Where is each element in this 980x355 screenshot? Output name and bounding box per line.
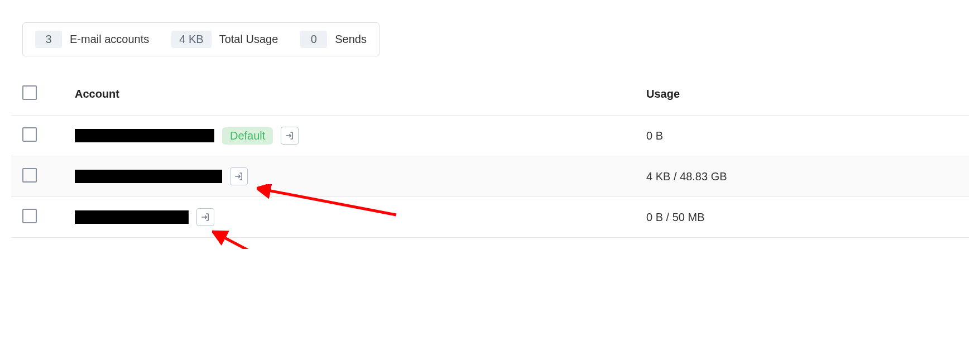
stat-sends-label: Sends [335,33,367,46]
column-header-account[interactable]: Account [68,76,640,116]
stat-accounts-label: E-mail accounts [70,33,149,46]
table-row[interactable]: 0 B / 50 MB [11,197,969,238]
login-button[interactable] [230,167,248,185]
login-button[interactable] [281,127,299,145]
usage-cell: 0 B [640,116,969,156]
login-icon [234,171,244,181]
column-header-usage[interactable]: Usage [640,76,969,116]
stat-total-usage-value: 4 KB [171,31,211,48]
usage-cell: 4 KB / 48.83 GB [640,156,969,197]
account-name-redacted [75,210,189,224]
stats-bar: 3 E-mail accounts 4 KB Total Usage 0 Sen… [22,22,379,56]
table-row[interactable]: 4 KB / 48.83 GB [11,156,969,197]
stat-total-usage-label: Total Usage [219,33,278,46]
usage-cell: 0 B / 50 MB [640,197,969,238]
row-checkbox[interactable] [22,168,37,183]
email-accounts-table: Account Usage Default [11,76,969,238]
account-name-redacted [75,129,214,142]
login-button[interactable] [196,208,214,226]
table-row[interactable]: Default 0 B [11,116,969,156]
stat-sends-value: 0 [300,31,327,48]
default-badge: Default [222,127,273,145]
stat-accounts-value: 3 [35,31,62,48]
select-all-checkbox[interactable] [22,85,37,100]
account-name-redacted [75,170,222,183]
login-icon [200,212,210,222]
stat-sends: 0 Sends [300,31,367,48]
row-checkbox[interactable] [22,209,37,223]
stat-total-usage: 4 KB Total Usage [171,31,278,48]
login-icon [285,131,295,141]
stat-email-accounts: 3 E-mail accounts [35,31,149,48]
row-checkbox[interactable] [22,127,37,142]
